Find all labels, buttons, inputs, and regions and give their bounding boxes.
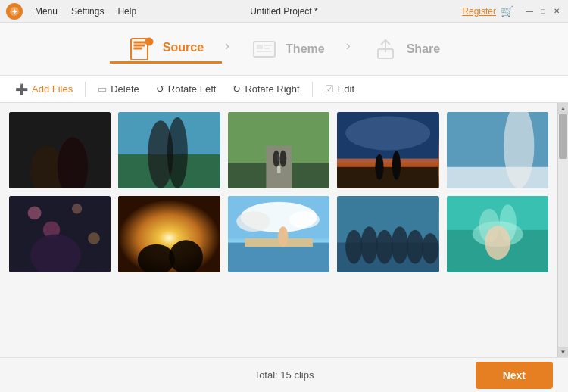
list-item[interactable] (9, 112, 111, 188)
list-item[interactable] (337, 196, 438, 272)
svg-rect-12 (257, 51, 272, 52)
arrow-2: › (346, 38, 351, 60)
add-files-icon: ➕ (15, 83, 28, 95)
list-item[interactable] (228, 196, 329, 272)
edit-button[interactable]: ☑ Edit (317, 80, 362, 98)
menu-item-settings[interactable]: Settings (65, 5, 110, 18)
source-icon: + (128, 34, 155, 61)
maximize-button[interactable]: □ (538, 6, 548, 17)
svg-point-67 (485, 226, 510, 260)
list-item[interactable] (9, 196, 111, 272)
edit-icon: ☑ (325, 83, 334, 95)
svg-point-41 (88, 232, 100, 244)
svg-point-38 (28, 206, 42, 219)
svg-point-50 (289, 211, 319, 228)
list-item[interactable] (337, 112, 438, 188)
svg-rect-10 (264, 45, 272, 46)
toolbar: ➕ Add Files ▭ Delete ↺ Rotate Left ↻ Rot… (0, 76, 568, 103)
list-item[interactable] (118, 112, 220, 188)
svg-point-15 (30, 146, 64, 188)
rotate-right-icon: ↻ (233, 83, 241, 95)
svg-point-30 (345, 117, 430, 151)
title-bar: ✦ Menu Settings Help Untitled Project * … (0, 0, 568, 23)
svg-rect-14 (9, 112, 111, 188)
register-link[interactable]: Register (462, 6, 496, 17)
svg-rect-9 (257, 45, 263, 49)
list-item[interactable] (447, 196, 548, 272)
window-title: Untitled Project * (250, 6, 317, 17)
scroll-up-arrow[interactable]: ▲ (558, 103, 569, 114)
rotate-right-button[interactable]: ↻ Rotate Right (225, 80, 307, 98)
rotate-left-button[interactable]: ↺ Rotate Left (148, 80, 224, 98)
theme-icon (251, 36, 278, 63)
rotate-left-icon: ↺ (156, 83, 164, 95)
rotate-left-label: Rotate Left (168, 83, 217, 95)
divider-2 (312, 82, 313, 97)
step-source[interactable]: + Source (110, 34, 222, 64)
svg-rect-35 (447, 167, 548, 188)
svg-point-58 (376, 230, 393, 264)
svg-rect-25 (277, 166, 280, 173)
svg-point-61 (422, 233, 438, 263)
media-grid (0, 103, 557, 357)
menu-bar: Menu Settings Help (29, 5, 142, 18)
delete-label: Delete (111, 83, 139, 95)
svg-point-39 (72, 204, 82, 213)
svg-rect-3 (134, 42, 145, 43)
delete-icon: ▭ (98, 83, 107, 95)
svg-point-16 (58, 138, 88, 188)
share-label: Share (407, 42, 440, 56)
minimize-button[interactable]: — (524, 6, 535, 17)
app-logo: ✦ (6, 3, 23, 20)
svg-point-20 (167, 117, 188, 188)
svg-rect-51 (228, 242, 329, 272)
svg-point-27 (279, 150, 286, 166)
svg-point-49 (236, 211, 270, 232)
scroll-track (558, 114, 568, 347)
svg-text:✦: ✦ (11, 8, 18, 16)
title-bar-right: Register 🛒 — □ ✕ (462, 5, 562, 17)
delete-button[interactable]: ▭ Delete (90, 80, 147, 98)
next-button[interactable]: Next (476, 362, 553, 389)
svg-rect-4 (134, 45, 145, 46)
svg-point-60 (407, 230, 423, 264)
step-bar: + Source › Theme › (0, 23, 568, 76)
list-item[interactable] (447, 112, 548, 188)
svg-rect-5 (134, 48, 142, 49)
status-bar: Total: 15 clips Next (0, 357, 568, 392)
svg-rect-31 (337, 159, 438, 167)
scroll-down-arrow[interactable]: ▼ (558, 347, 569, 357)
theme-label: Theme (286, 42, 325, 56)
add-files-button[interactable]: ➕ Add Files (8, 80, 80, 98)
svg-point-32 (376, 154, 384, 180)
window-controls: — □ ✕ (524, 6, 562, 17)
svg-point-56 (345, 230, 362, 264)
svg-point-26 (273, 150, 279, 166)
svg-point-53 (278, 226, 288, 247)
add-files-label: Add Files (32, 83, 73, 95)
divider-1 (85, 82, 86, 97)
menu-item-help[interactable]: Help (111, 5, 142, 18)
scrollbar[interactable]: ▲ ▼ (557, 103, 568, 357)
scroll-thumb[interactable] (559, 114, 567, 159)
step-theme[interactable]: Theme (233, 36, 343, 63)
list-item[interactable] (228, 112, 329, 188)
close-button[interactable]: ✕ (551, 6, 562, 17)
svg-rect-11 (264, 48, 270, 49)
list-item[interactable] (118, 196, 220, 272)
status-text: Total: 15 clips (195, 369, 374, 381)
svg-point-57 (361, 226, 378, 263)
menu-item-menu[interactable]: Menu (29, 5, 64, 18)
content-area: ▲ ▼ (0, 103, 568, 357)
arrow-1: › (225, 38, 229, 60)
svg-point-59 (392, 226, 408, 263)
share-icon (372, 36, 399, 63)
cart-icon[interactable]: 🛒 (501, 5, 513, 17)
svg-text:+: + (148, 39, 151, 45)
step-share[interactable]: Share (354, 36, 458, 63)
svg-point-33 (392, 151, 401, 180)
rotate-right-label: Rotate Right (245, 83, 299, 95)
source-label: Source (163, 41, 204, 54)
edit-label: Edit (338, 83, 354, 95)
